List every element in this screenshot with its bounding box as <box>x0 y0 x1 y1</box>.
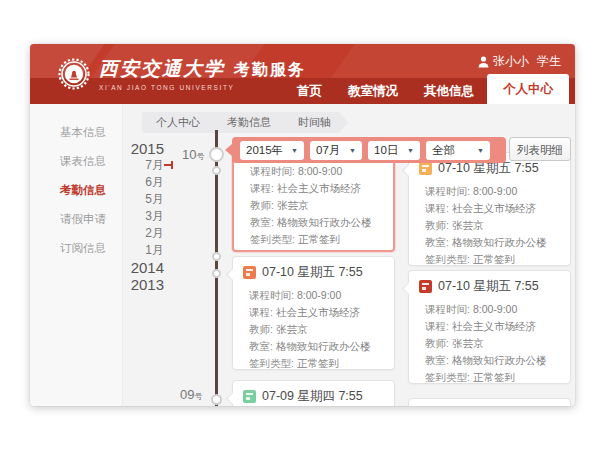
field-label: 课程时间: <box>425 303 470 315</box>
field-label: 教室: <box>249 340 273 352</box>
app-header: 西安交通大学 考勤服务 XI'AN JIAO TONG UNIVERSITY 张… <box>30 44 575 104</box>
chevron-down-icon: ▼ <box>291 141 298 160</box>
field-value: 张芸京 <box>452 337 484 349</box>
day-number: 09 <box>180 387 194 402</box>
content-area: 基本信息 课表信息 考勤信息 请假申请 订阅信息 个人中心 考勤信息 时间轴 2… <box>30 104 575 406</box>
field-value: 张芸京 <box>452 219 484 231</box>
current-month-marker <box>164 161 173 169</box>
field-value: 格物致知行政办公楼 <box>276 340 371 352</box>
person-icon <box>478 56 489 68</box>
field-value: 社会主义市场经济 <box>276 306 360 318</box>
timeline-node[interactable] <box>212 269 221 278</box>
scale-month[interactable]: 5月 <box>90 191 164 208</box>
scale-month-label: 7月 <box>145 158 164 172</box>
scale-month[interactable]: 6月 <box>90 174 164 191</box>
attendance-card[interactable]: 07-09 星期四 7:55 <box>232 380 395 406</box>
field-label: 课程时间: <box>250 165 295 177</box>
breadcrumb-timeline[interactable]: 时间轴 <box>278 112 348 133</box>
breadcrumb-attendance-info[interactable]: 考勤信息 <box>207 112 288 133</box>
user-info[interactable]: 张小小 学生 <box>478 53 561 70</box>
field-label: 课程时间: <box>249 289 294 301</box>
chevron-down-icon: ▼ <box>349 141 356 160</box>
field-value: 社会主义市场经济 <box>452 202 536 214</box>
day-number: 10 <box>182 147 196 162</box>
calendar-yellow-icon <box>419 162 432 175</box>
timeline-node[interactable] <box>212 166 221 175</box>
user-name: 张小小 <box>493 53 529 70</box>
field-value: 正常签到 <box>473 253 515 265</box>
attendance-card[interactable]: 07-10 星期五 7:55 课程时间:8:00-9:00 课程:社会主义市场经… <box>408 152 571 266</box>
year-select[interactable]: 2015年▼ <box>240 141 304 160</box>
date-filter-bar: 2015年▼ 07月▼ 10日▼ 全部▼ <box>232 137 506 163</box>
year-select-value: 2015年 <box>246 141 283 160</box>
day-marker-10: 10号 <box>182 147 204 162</box>
scale-year[interactable]: 2013 <box>90 276 164 293</box>
scale-month-current[interactable]: 7月 <box>90 157 164 174</box>
attendance-card[interactable]: 07-10 星期五 7:55 课程时间:8:00-9:00 课程:社会主义市场经… <box>232 256 395 370</box>
nav-home[interactable]: 首页 <box>284 78 335 104</box>
field-value: 正常签到 <box>298 233 340 245</box>
field-label: 签到类型: <box>250 233 295 245</box>
field-label: 教师: <box>249 323 273 335</box>
day-suffix: 号 <box>196 152 204 161</box>
timeline-node[interactable] <box>211 394 222 405</box>
type-select-value: 全部 <box>432 141 455 160</box>
nav-other-info[interactable]: 其他信息 <box>411 78 487 104</box>
university-logo-icon <box>58 58 90 90</box>
timeline-node[interactable] <box>212 252 221 261</box>
nav-personal-center[interactable]: 个人中心 <box>487 74 569 104</box>
field-label: 课程时间: <box>425 185 470 197</box>
card-date: 07-10 星期五 7:55 <box>262 264 363 281</box>
field-value: 8:00-9:00 <box>473 185 517 197</box>
scale-month[interactable]: 3月 <box>90 208 164 225</box>
main-nav: 首页 教室情况 其他信息 个人中心 <box>284 74 569 104</box>
field-value: 8:00-9:00 <box>297 289 341 301</box>
chevron-down-icon: ▼ <box>477 141 484 160</box>
timeline-node-current[interactable] <box>209 147 224 162</box>
month-select-value: 07月 <box>316 141 340 160</box>
field-value: 格物致知行政办公楼 <box>452 354 547 366</box>
scale-month[interactable]: 2月 <box>90 225 164 242</box>
day-marker-09: 09号 <box>180 387 202 402</box>
breadcrumb-personal-center[interactable]: 个人中心 <box>142 112 217 133</box>
day-suffix: 号 <box>194 392 202 401</box>
field-label: 教室: <box>250 216 274 228</box>
calendar-green-icon <box>243 390 256 403</box>
field-value: 格物致知行政办公楼 <box>452 236 547 248</box>
stamp-red-icon <box>419 280 432 293</box>
field-label: 签到类型: <box>425 371 470 383</box>
scale-year[interactable]: 2015 <box>90 140 164 157</box>
field-value: 8:00-9:00 <box>473 303 517 315</box>
field-value: 正常签到 <box>297 357 339 369</box>
field-value: 张芸京 <box>277 199 309 211</box>
day-select-value: 10日 <box>374 141 398 160</box>
field-label: 教师: <box>250 199 274 211</box>
user-role: 学生 <box>537 53 561 70</box>
field-label: 教室: <box>425 236 449 248</box>
card-date: 07-10 星期五 7:55 <box>438 278 539 295</box>
app-window: 西安交通大学 考勤服务 XI'AN JIAO TONG UNIVERSITY 张… <box>30 44 575 406</box>
field-label: 签到类型: <box>425 253 470 265</box>
field-label: 教师: <box>425 337 449 349</box>
scale-month[interactable]: 1月 <box>90 242 164 259</box>
university-name-en: XI'AN JIAO TONG UNIVERSITY <box>99 84 306 91</box>
field-label: 教室: <box>425 354 449 366</box>
timeline-scale: 2015 7月 6月 5月 3月 2月 1月 2014 2013 <box>90 140 164 293</box>
day-select[interactable]: 10日▼ <box>368 141 420 160</box>
attendance-card[interactable]: 07-10 星期五 7:55 课程时间:8:00-9:00 课程:社会主义市场经… <box>408 270 571 384</box>
calendar-orange-icon <box>243 266 256 279</box>
field-label: 课程: <box>425 320 449 332</box>
attendance-card[interactable] <box>408 398 571 406</box>
field-label: 课程: <box>249 306 273 318</box>
card-date: 07-09 星期四 7:55 <box>262 388 363 405</box>
type-select[interactable]: 全部▼ <box>426 141 490 160</box>
list-detail-button[interactable]: 列表明细 <box>509 137 571 161</box>
nav-classrooms[interactable]: 教室情况 <box>335 78 411 104</box>
field-value: 正常签到 <box>473 371 515 383</box>
brand: 西安交通大学 考勤服务 XI'AN JIAO TONG UNIVERSITY <box>58 56 306 91</box>
month-select[interactable]: 07月▼ <box>310 141 362 160</box>
breadcrumb: 个人中心 考勤信息 时间轴 <box>142 112 348 133</box>
field-value: 格物致知行政办公楼 <box>277 216 372 228</box>
field-value: 社会主义市场经济 <box>452 320 536 332</box>
scale-year[interactable]: 2014 <box>90 259 164 276</box>
